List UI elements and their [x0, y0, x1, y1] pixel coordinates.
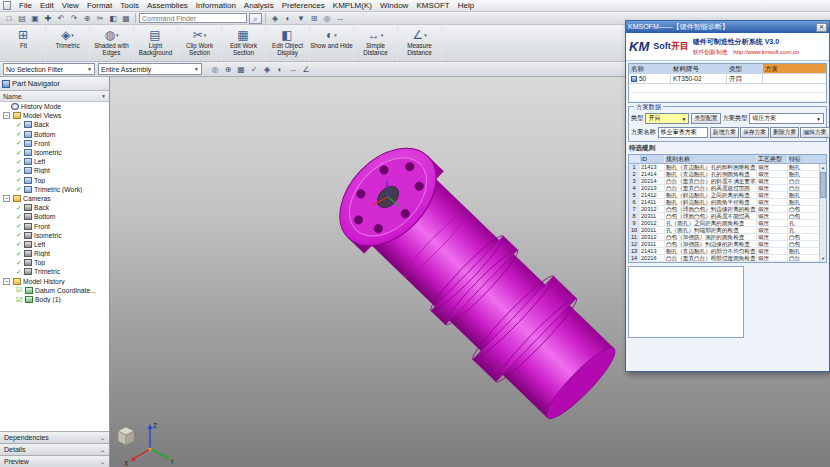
quick-tool-icon[interactable]: ✂ — [94, 13, 106, 24]
selection-tool-icon[interactable]: ◐ — [274, 64, 286, 75]
type-config-button[interactable]: 类型配置 — [691, 113, 720, 124]
quick-tool-icon[interactable]: ↷ — [68, 13, 80, 24]
quick-tool-icon[interactable]: □ — [3, 13, 15, 24]
scheme-action-button[interactable]: 编辑方案 — [800, 127, 829, 138]
quick-tool-icon[interactable]: ▣ — [29, 13, 41, 24]
selection-tool-icon[interactable]: ↔ — [287, 64, 299, 75]
tree-item-camera[interactable]: Top — [0, 258, 109, 267]
collapse-icon[interactable] — [3, 112, 10, 119]
tree-column-header[interactable]: Name ▼ — [0, 91, 109, 102]
tree-group-cameras[interactable]: Cameras — [0, 194, 109, 203]
dropdown-caret-icon[interactable]: ▾ — [334, 32, 337, 38]
chevron-down-icon[interactable]: ⌄ — [100, 446, 105, 453]
menu-item[interactable]: KMPLM(K) — [329, 0, 376, 11]
toolbar-button[interactable]: ◐ ▾ Show and Hide — [310, 25, 354, 61]
quick-tool-icon[interactable]: ◧ — [107, 13, 119, 24]
selection-tool-icon[interactable]: ∠ — [300, 64, 312, 75]
view-cube[interactable] — [118, 427, 134, 445]
chevron-down-icon[interactable]: ⌄ — [100, 434, 105, 441]
scheme-action-button[interactable]: 保存方案 — [740, 127, 769, 138]
part-table-row[interactable]: 50 KT350-02 开目 — [629, 74, 826, 84]
tree-item-camera[interactable]: Bottom — [0, 212, 109, 221]
scheme-type-combo[interactable]: 锻压方案 ▼ — [749, 113, 824, 124]
menu-item[interactable]: Assemblies — [143, 0, 192, 11]
toolbar-button[interactable]: ✂ ▾ Clip Work Section — [178, 25, 222, 61]
toolbar-button[interactable]: ◈ ▾ Trimetric — [46, 25, 90, 61]
rules-scrollbar[interactable]: ▲ ▼ — [819, 164, 826, 262]
tree-group-model-views[interactable]: Model Views — [0, 111, 109, 120]
rule-row[interactable]: 8 20311 凸包（球面凸包）的高度不能过高 锻压 凸包 — [629, 213, 826, 220]
rule-row[interactable]: 6 21411 翻孔（斜边翻孔）的圆角半径检查 锻压 翻孔 — [629, 199, 826, 206]
quick-tool-icon[interactable]: ◎ — [321, 13, 333, 24]
toolbar-button[interactable]: ∠ ▾ Measure Distance — [398, 25, 442, 61]
tree-item-view[interactable]: Trimetric (Work) — [0, 185, 109, 194]
toolbar-button[interactable]: ▤ Light Background — [134, 25, 178, 61]
menu-item[interactable]: File — [15, 0, 36, 11]
dropdown-caret-icon[interactable]: ▾ — [204, 32, 207, 38]
tree-item-camera[interactable]: Trimetric — [0, 267, 109, 276]
chevron-down-icon[interactable]: ⌄ — [100, 458, 105, 465]
quick-tool-icon[interactable]: ◈ — [269, 13, 281, 24]
scroll-up-icon[interactable]: ▲ — [820, 164, 826, 171]
checkbox-icon[interactable] — [16, 296, 24, 304]
rule-row[interactable]: 9 20012 孔（圆孔）之间距离的圆角检查 锻压 孔 — [629, 220, 826, 227]
scheme-action-button[interactable]: 新增方案 — [710, 127, 739, 138]
menu-item[interactable]: Tools — [116, 0, 143, 11]
tree-item-view[interactable]: Back — [0, 120, 109, 129]
tree-item-camera[interactable]: Left — [0, 240, 109, 249]
dropdown-caret-icon[interactable]: ▾ — [116, 32, 119, 38]
rule-row[interactable]: 3 20214 凸台（垂直凸台）的斜度不满足要求 锻压 凸台 — [629, 178, 826, 185]
quick-tool-icon[interactable]: ▦ — [120, 13, 132, 24]
tree-item-camera[interactable]: Front — [0, 221, 109, 230]
menu-item[interactable]: Information — [192, 0, 240, 11]
selection-tool-icon[interactable]: ✓ — [248, 64, 260, 75]
collapsed-panel-bar[interactable]: Dependencies ⌄ — [0, 431, 109, 443]
type-combo[interactable]: 开目 ▼ — [645, 113, 689, 124]
rule-row[interactable]: 14 20216 凸台（垂直凸台）根部过渡圆角检查 锻压 凸台 — [629, 255, 826, 262]
tree-item-view[interactable]: Right — [0, 166, 109, 175]
quick-tool-icon[interactable]: ↔ — [334, 13, 346, 24]
scheme-name-input[interactable] — [658, 127, 708, 138]
menu-item[interactable]: Window — [376, 0, 412, 11]
toolbar-button[interactable]: ▦ Edit Work Section — [222, 25, 266, 61]
dropdown-caret-icon[interactable]: ▾ — [424, 32, 427, 38]
scroll-down-icon[interactable]: ▼ — [820, 255, 826, 262]
rule-row[interactable]: 2 21414 翻孔（直边翻孔）孔的倒圆角检查 锻压 翻孔 — [629, 171, 826, 178]
command-finder-input[interactable] — [139, 13, 247, 23]
collapse-icon[interactable] — [3, 195, 10, 202]
toolbar-button[interactable]: ◍ ▾ Shaded with Edges — [90, 25, 134, 61]
model-part[interactable] — [320, 129, 629, 433]
kmsoft-title-bar[interactable]: KMSOFM——【锻件智能诊断】 ✕ — [626, 21, 829, 33]
tree-item-view[interactable]: Front — [0, 139, 109, 148]
tree-item-view[interactable]: Left — [0, 157, 109, 166]
toolbar-button[interactable]: ↔ ▾ Simple Distance — [354, 25, 398, 61]
rule-row[interactable]: 12 20311 凸包（加强筋）到边缘的距离检查 锻压 凸包 — [629, 241, 826, 248]
rule-row[interactable]: 5 21412 翻孔（斜边翻孔）之间距离的检查 锻压 翻孔 — [629, 192, 826, 199]
tree-item-feature[interactable]: Datum Coordinate... — [0, 286, 109, 295]
rule-row[interactable]: 7 20312 凸包（球面凸包）到边缘距离的检查 锻压 凸包 — [629, 206, 826, 213]
checkbox-icon[interactable] — [16, 286, 24, 294]
quick-tool-icon[interactable]: ✚ — [42, 13, 54, 24]
quick-tool-icon[interactable]: ⊕ — [81, 13, 93, 24]
collapse-icon[interactable] — [3, 278, 10, 285]
tree-item-history-mode[interactable]: History Mode — [0, 102, 109, 111]
toolbar-button[interactable]: ⊞ Fit — [2, 25, 46, 61]
dropdown-caret-icon[interactable]: ▾ — [381, 32, 384, 38]
tree-item-camera[interactable]: Back — [0, 203, 109, 212]
selection-scope-combo[interactable]: Entire Assembly ▼ — [98, 63, 202, 75]
collapsed-panel-bar[interactable]: Details ⌄ — [0, 443, 109, 455]
selection-tool-icon[interactable]: ▦ — [235, 64, 247, 75]
tree-item-camera[interactable]: Isometric — [0, 231, 109, 240]
rule-row[interactable]: 11 20312 凸包（加强筋）测距的圆角检查 锻压 凸包 — [629, 234, 826, 241]
quick-tool-icon[interactable]: ▤ — [16, 13, 28, 24]
close-icon[interactable]: ✕ — [816, 23, 827, 32]
scrollbar-thumb[interactable] — [820, 172, 826, 198]
quick-tool-icon[interactable]: ⊞ — [308, 13, 320, 24]
menu-item[interactable]: Format — [83, 0, 116, 11]
scheme-action-button[interactable]: 删除方案 — [770, 127, 799, 138]
selection-tool-icon[interactable]: ◎ — [209, 64, 221, 75]
command-finder-search-icon[interactable]: ⌕ — [249, 13, 262, 24]
tree-group-model-history[interactable]: Model History — [0, 277, 109, 286]
quick-tool-icon[interactable]: ↶ — [55, 13, 67, 24]
rule-row[interactable]: 1 21413 翻孔（直边翻孔）孔的卸料困难检查 锻压 翻孔 — [629, 164, 826, 171]
